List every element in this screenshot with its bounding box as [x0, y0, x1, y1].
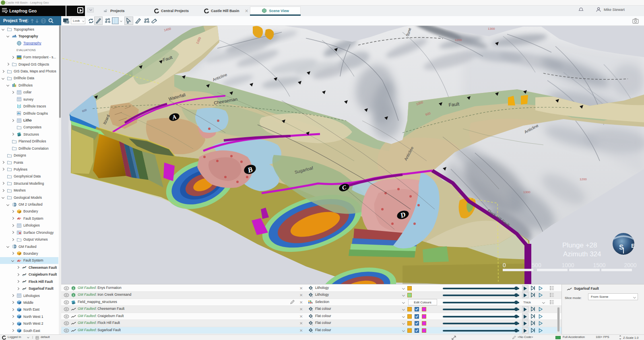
svg-text:1500: 1500 — [593, 262, 605, 268]
svg-text:S: S — [619, 243, 623, 251]
svg-text:1000: 1000 — [561, 262, 574, 268]
svg-text:Plunge +28: Plunge +28 — [562, 241, 597, 249]
svg-text:1300: 1300 — [488, 27, 495, 31]
svg-text:1300: 1300 — [523, 190, 530, 194]
svg-text:E: E — [631, 242, 635, 249]
svg-text:1200: 1200 — [455, 38, 462, 42]
svg-text:0: 0 — [503, 262, 506, 268]
svg-text:Fault: Fault — [448, 101, 460, 108]
svg-text:2000: 2000 — [624, 262, 636, 268]
svg-text:1200: 1200 — [580, 177, 587, 181]
svg-text:Azimuth 324: Azimuth 324 — [563, 250, 601, 258]
svg-text:500: 500 — [532, 262, 541, 268]
